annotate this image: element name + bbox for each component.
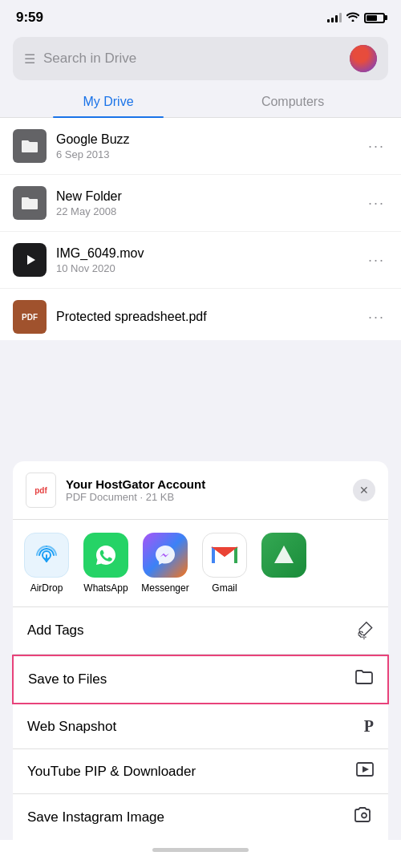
list-item[interactable]: WhatsApp [82, 533, 130, 594]
table-row[interactable]: PDF Protected spreadsheet.pdf ··· [0, 289, 401, 340]
more-button[interactable]: ··· [365, 138, 388, 155]
table-row[interactable]: Google Buzz 6 Sep 2013 ··· [0, 118, 401, 175]
list-item[interactable] [260, 533, 308, 582]
web-snapshot-label: Web Snapshot [27, 719, 116, 735]
menu-icon: ☰ [24, 51, 35, 67]
youtube-pip-item[interactable]: YouTube PIP & Downloader [13, 749, 388, 794]
whatsapp-label: WhatsApp [83, 582, 128, 594]
table-row[interactable]: IMG_6049.mov 10 Nov 2020 ··· [0, 232, 401, 289]
play-fill-icon [356, 762, 374, 781]
share-sheet: pdf Your HostGator Account PDF Document … [0, 461, 401, 868]
more-button[interactable]: ··· [365, 252, 388, 269]
tab-computers[interactable]: Computers [200, 87, 385, 117]
save-instagram-label: Save Instagram Image [27, 809, 164, 825]
status-icons [327, 11, 385, 24]
action-list: Add Tags 🏷 Save to Files Web Snapshot P … [13, 607, 388, 840]
file-name: IMG_6049.mov [56, 246, 365, 261]
drive-icon [261, 533, 306, 578]
video-icon [13, 243, 47, 277]
battery-icon [364, 13, 385, 23]
table-row[interactable]: New Folder 22 May 2008 ··· [0, 175, 401, 232]
share-preview: pdf Your HostGator Account PDF Document … [13, 461, 388, 520]
status-time: 9:59 [16, 10, 43, 26]
list-item[interactable]: Messenger [141, 533, 189, 594]
file-name: Protected spreadsheet.pdf [56, 310, 365, 324]
file-name: New Folder [56, 189, 365, 204]
bottom-bar [0, 840, 401, 868]
airdrop-label: AirDrop [30, 582, 63, 594]
whatsapp-icon [83, 533, 128, 578]
folder-action-icon [355, 669, 373, 690]
save-to-files-item[interactable]: Save to Files [12, 655, 389, 704]
gmail-icon [202, 533, 247, 578]
share-file-meta: PDF Document · 21 KB [66, 491, 343, 503]
add-tags-label: Add Tags [27, 623, 84, 639]
folder-icon [13, 129, 47, 163]
file-list: Google Buzz 6 Sep 2013 ··· New Folder 22… [0, 118, 401, 340]
svg-point-5 [362, 813, 367, 818]
file-date: 10 Nov 2020 [56, 262, 365, 274]
messenger-icon [143, 533, 188, 578]
app-row: AirDrop WhatsApp [22, 533, 379, 594]
list-item[interactable]: Gmail [200, 533, 249, 594]
file-name: Google Buzz [56, 132, 365, 147]
file-date: 22 May 2008 [56, 205, 365, 217]
home-indicator [152, 848, 249, 852]
web-snapshot-item[interactable]: Web Snapshot P [13, 704, 388, 749]
youtube-pip-label: YouTube PIP & Downloader [27, 764, 196, 780]
file-date: 6 Sep 2013 [56, 148, 365, 160]
airdrop-icon [24, 533, 69, 578]
share-close-button[interactable]: ✕ [353, 479, 375, 501]
svg-marker-0 [27, 255, 35, 265]
svg-marker-4 [363, 766, 369, 773]
share-file-name: Your HostGator Account [66, 477, 343, 491]
p-icon: P [364, 717, 374, 736]
svg-point-6 [369, 811, 371, 813]
messenger-label: Messenger [141, 582, 188, 594]
signal-icon [327, 13, 342, 22]
camera-icon [354, 807, 374, 827]
list-item[interactable]: AirDrop [22, 533, 71, 594]
status-bar: 9:59 [0, 0, 401, 30]
pdf-icon: PDF [13, 300, 47, 334]
save-to-files-label: Save to Files [28, 671, 107, 688]
add-tags-item[interactable]: Add Tags 🏷 [13, 607, 388, 655]
tag-icon: 🏷 [351, 617, 379, 644]
search-bar[interactable]: ☰ Search in Drive [13, 37, 388, 80]
search-placeholder: Search in Drive [43, 51, 342, 67]
gmail-label: Gmail [212, 582, 237, 594]
share-file-icon: pdf [26, 473, 56, 508]
more-button[interactable]: ··· [365, 195, 388, 212]
save-instagram-item[interactable]: Save Instagram Image [13, 794, 388, 840]
more-button[interactable]: ··· [365, 309, 388, 326]
avatar[interactable] [350, 45, 377, 72]
wifi-icon [346, 11, 359, 24]
app-row-container: AirDrop WhatsApp [13, 520, 388, 607]
tab-my-drive[interactable]: My Drive [16, 87, 200, 117]
tabs-bar: My Drive Computers [0, 87, 401, 118]
folder-icon [13, 186, 47, 220]
